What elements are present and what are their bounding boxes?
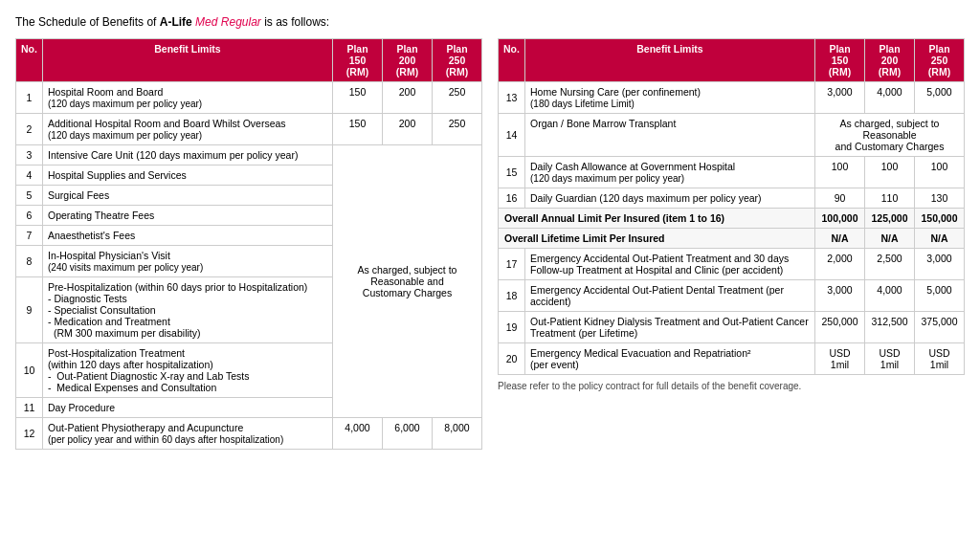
row-p150: 250,000 <box>815 312 865 343</box>
table-row: 3 Intensive Care Unit (120 days maximum … <box>16 145 482 166</box>
row-no: 4 <box>16 166 43 186</box>
row-p200: 4,000 <box>865 82 915 114</box>
row-benefit: Operating Theatre Fees <box>43 206 333 226</box>
row-p250: 250 <box>433 82 482 114</box>
row-benefit: Hospital Room and Board(120 days maximum… <box>43 82 333 114</box>
row-benefit: Pre-Hospitalization (within 60 days prio… <box>43 277 333 343</box>
row-benefit: Anaesthetist's Fees <box>43 226 333 246</box>
row-p200: 100 <box>865 157 915 188</box>
row-p250: 5,000 <box>915 280 965 312</box>
row-no: 12 <box>16 418 43 450</box>
row-no: 3 <box>16 145 43 166</box>
row-no: 17 <box>499 249 525 280</box>
brand-name: A-Life <box>160 15 192 29</box>
overall-annual-p200: 125,000 <box>865 209 915 229</box>
table-row: 1 Hospital Room and Board(120 days maxim… <box>16 82 482 114</box>
th-plan150-2: Plan 150 (RM) <box>815 39 865 82</box>
th-benefit-1: Benefit Limits <box>43 39 333 82</box>
row-p150: 4,000 <box>333 418 383 450</box>
row-benefit: Daily Guardian (120 days maximum per pol… <box>525 188 815 209</box>
row-p250: 3,000 <box>915 249 965 280</box>
benefits-table-1: No. Benefit Limits Plan 150 (RM) Plan 20… <box>15 38 482 450</box>
benefits-table-2: No. Benefit Limits Plan 150 (RM) Plan 20… <box>498 38 965 375</box>
row-p200: 4,000 <box>865 280 915 312</box>
intro-before: The Schedule of Benefits of <box>15 15 160 29</box>
row-p150: 150 <box>333 114 383 145</box>
overall-lifetime-p200: N/A <box>865 229 915 249</box>
th-plan250-2: Plan 250 (RM) <box>915 39 965 82</box>
row-no: 5 <box>16 186 43 206</box>
overall-lifetime-label: Overall Lifetime Limit Per Insured <box>499 229 815 249</box>
row-p200: 6,000 <box>383 418 433 450</box>
table-row: 19 Out-Patient Kidney Dialysis Treatment… <box>499 312 965 343</box>
row-p150: 90 <box>815 188 865 209</box>
row-p150: 3,000 <box>815 280 865 312</box>
row-benefit: In-Hospital Physician's Visit(240 visits… <box>43 246 333 277</box>
row-p250: 375,000 <box>915 312 965 343</box>
overall-annual-p250: 150,000 <box>915 209 965 229</box>
row-benefit: Emergency Accidental Out-Patient Dental … <box>525 280 815 312</box>
row-p200: 2,500 <box>865 249 915 280</box>
table-row: 12 Out-Patient Physiotherapy and Acupunc… <box>16 418 482 450</box>
row-benefit: Daily Cash Allowance at Government Hospi… <box>525 157 815 188</box>
th-plan250-1: Plan 250 (RM) <box>433 39 482 82</box>
row-no: 6 <box>16 206 43 226</box>
row-no: 10 <box>16 343 43 398</box>
row-p150: 100 <box>815 157 865 188</box>
row-no: 14 <box>499 114 525 157</box>
row-benefit: Post-Hospitalization Treatment(within 12… <box>43 343 333 398</box>
row-no: 18 <box>499 280 525 312</box>
intro-after: is as follows: <box>261 15 329 29</box>
table2-header-row: No. Benefit Limits Plan 150 (RM) Plan 20… <box>499 39 965 82</box>
overall-annual-label: Overall Annual Limit Per Insured (item 1… <box>499 209 815 229</box>
row-p150: 150 <box>333 82 383 114</box>
overall-lifetime-row: Overall Lifetime Limit Per Insured N/A N… <box>499 229 965 249</box>
overall-annual-row: Overall Annual Limit Per Insured (item 1… <box>499 209 965 229</box>
row-no: 8 <box>16 246 43 277</box>
overall-lifetime-p250: N/A <box>915 229 965 249</box>
row-benefit: Surgical Fees <box>43 186 333 206</box>
row-benefit: Hospital Supplies and Services <box>43 166 333 186</box>
row-p200: 200 <box>383 82 433 114</box>
row-p250: 100 <box>915 157 965 188</box>
row-p150: 3,000 <box>815 82 865 114</box>
th-no-2: No. <box>499 39 525 82</box>
table-row: 13 Home Nursing Care (per confinement)(1… <box>499 82 965 114</box>
table-row: 17 Emergency Accidental Out-Patient Trea… <box>499 249 965 280</box>
table-row: 14 Organ / Bone Marrow Transplant As cha… <box>499 114 965 157</box>
table-row: 15 Daily Cash Allowance at Government Ho… <box>499 157 965 188</box>
row-no: 20 <box>499 343 525 375</box>
row-p250: 5,000 <box>915 82 965 114</box>
row-benefit: Organ / Bone Marrow Transplant <box>525 114 815 157</box>
table-row: 18 Emergency Accidental Out-Patient Dent… <box>499 280 965 312</box>
row-no: 15 <box>499 157 525 188</box>
table-row: 2 Additional Hospital Room and Board Whi… <box>16 114 482 145</box>
row-p250: USD 1mil <box>915 343 965 375</box>
th-plan150-1: Plan 150 (RM) <box>333 39 383 82</box>
intro-text: The Schedule of Benefits of A-Life Med R… <box>15 15 965 29</box>
table-note: Please refer to the policy contract for … <box>498 381 965 391</box>
row-benefit: Day Procedure <box>43 398 333 418</box>
table-left: No. Benefit Limits Plan 150 (RM) Plan 20… <box>15 38 482 450</box>
row-benefit: Intensive Care Unit (120 days maximum pe… <box>43 145 333 166</box>
row-p150: 2,000 <box>815 249 865 280</box>
row-no: 13 <box>499 82 525 114</box>
row-no: 9 <box>16 277 43 343</box>
overall-lifetime-p150: N/A <box>815 229 865 249</box>
overall-annual-p150: 100,000 <box>815 209 865 229</box>
th-benefit-2: Benefit Limits <box>525 39 815 82</box>
tables-wrapper: No. Benefit Limits Plan 150 (RM) Plan 20… <box>15 38 965 450</box>
row-no: 2 <box>16 114 43 145</box>
th-no-1: No. <box>16 39 43 82</box>
table1-header-row: No. Benefit Limits Plan 150 (RM) Plan 20… <box>16 39 482 82</box>
table-row: 20 Emergency Medical Evacuation and Repa… <box>499 343 965 375</box>
table-right: No. Benefit Limits Plan 150 (RM) Plan 20… <box>498 38 965 391</box>
row-p250: 8,000 <box>433 418 482 450</box>
row-no: 19 <box>499 312 525 343</box>
row-p200: 110 <box>865 188 915 209</box>
row-benefit: Out-Patient Physiotherapy and Acupunctur… <box>43 418 333 450</box>
as-charged-cell: As charged, subject toReasonable andCust… <box>333 145 482 418</box>
row-benefit: Out-Patient Kidney Dialysis Treatment an… <box>525 312 815 343</box>
row-p150: USD 1mil <box>815 343 865 375</box>
row-no: 16 <box>499 188 525 209</box>
